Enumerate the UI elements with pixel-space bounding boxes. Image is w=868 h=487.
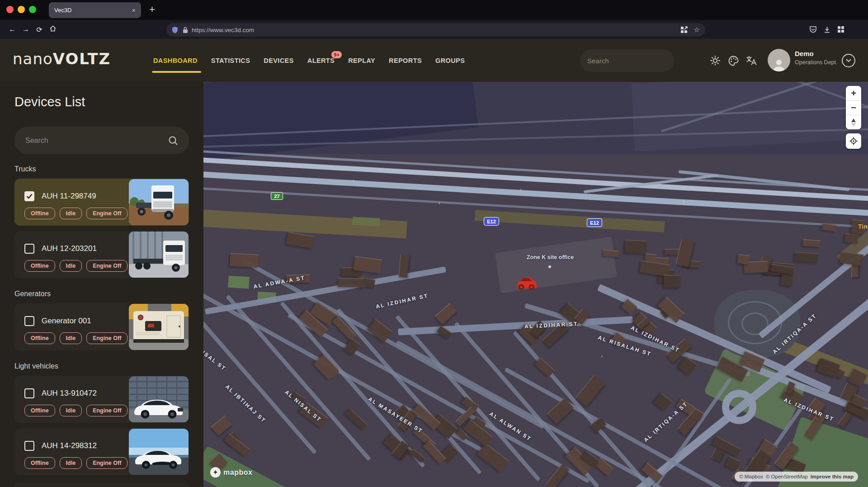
poi-label: Zone K site office [527, 254, 574, 260]
mapbox-logo[interactable]: ✦ mapbox [210, 467, 252, 478]
theme-brightness-icon[interactable] [708, 53, 723, 68]
status-badge: Engine Off [86, 405, 127, 416]
device-checkbox[interactable] [24, 316, 34, 326]
map-canvas[interactable]: › › ‹ ‹ › › AL ADWA-A ST AL IZDIHAR ST A… [203, 82, 868, 487]
map-building [545, 463, 570, 487]
toolbar-right-icons [809, 20, 844, 39]
device-thumbnail [129, 179, 189, 225]
device-name: Generator 001 [42, 317, 91, 326]
map-building [642, 463, 663, 483]
extensions-grid-icon[interactable] [837, 26, 844, 33]
map-building [409, 449, 425, 463]
logo-suffix: VOLTZ [53, 50, 111, 68]
header-search-input[interactable] [587, 57, 677, 65]
forward-icon[interactable]: → [19, 25, 33, 33]
status-badge: Offline [24, 405, 55, 416]
reload-icon[interactable]: ⟳ [33, 25, 46, 34]
tracking-shield-icon[interactable] [172, 26, 178, 33]
attribution-mapbox-link[interactable]: © Mapbox [739, 474, 763, 479]
device-checkbox[interactable] [24, 388, 34, 398]
map-building [664, 274, 681, 288]
device-checkbox[interactable] [24, 244, 34, 254]
nav-statistics[interactable]: STATISTICS [211, 57, 250, 64]
status-badges: Offline Idle Engine Off [24, 260, 127, 272]
map-building [398, 254, 409, 278]
close-tab-icon[interactable]: × [132, 7, 136, 14]
status-badge: Offline [24, 208, 55, 219]
map-building [576, 375, 605, 407]
device-card-generator001[interactable]: Generator 001 Offline Idle Engine Off [14, 303, 189, 350]
mapbox-logo-icon: ✦ [210, 467, 221, 478]
nav-dashboard[interactable]: DASHBOARD [153, 57, 198, 64]
status-badges: Offline Idle Engine Off [24, 208, 127, 219]
map-building [654, 392, 672, 411]
download-icon[interactable] [823, 26, 831, 33]
zoom-in-button[interactable]: + [846, 86, 861, 100]
status-badges: Offline Idle Engine Off [24, 457, 127, 469]
alerts-count-badge: 9+ [331, 51, 342, 58]
section-label-trucks: Trucks [14, 165, 189, 173]
map-building [534, 357, 555, 377]
town-label: Tin [858, 223, 868, 230]
device-card-auh14[interactable]: AUH 14-298312 Offline Idle Engine Off [14, 428, 189, 475]
map-building [794, 251, 818, 262]
zoom-out-button[interactable]: − [846, 100, 861, 115]
device-checkbox[interactable] [24, 191, 34, 201]
geolocate-button[interactable] [846, 133, 861, 149]
map-building [837, 411, 852, 427]
device-card-auh12[interactable]: AUH 12-203201 Offline Idle Engine Off [14, 231, 189, 278]
poi-dot [548, 265, 551, 268]
new-tab-button[interactable]: + [149, 4, 155, 15]
back-icon[interactable]: ← [5, 25, 19, 33]
improve-map-link[interactable]: Improve this map [811, 474, 854, 479]
map-building [230, 253, 259, 267]
check-icon [25, 192, 33, 200]
pocket-save-icon[interactable] [809, 26, 817, 33]
lock-icon [183, 27, 188, 33]
palette-icon[interactable] [726, 53, 741, 68]
device-card-auh11[interactable]: AUH 11-298749 Offline Idle Engine Off [14, 179, 189, 226]
translate-icon[interactable] [744, 53, 759, 68]
bookmark-star-icon[interactable]: ☆ [694, 26, 700, 34]
nav-devices[interactable]: DEVICES [264, 57, 293, 64]
browser-tab[interactable]: Vec3D × [49, 2, 141, 18]
devices-search-input[interactable] [25, 137, 168, 145]
device-checkbox[interactable] [24, 441, 34, 451]
chevron-down-circle-icon[interactable] [842, 54, 855, 67]
status-badge: Engine Off [86, 457, 127, 469]
nav-reports[interactable]: REPORTS [389, 57, 422, 64]
nav-groups[interactable]: GROUPS [435, 57, 465, 64]
vehicle-marker[interactable] [515, 274, 537, 293]
containers-icon[interactable] [680, 26, 688, 33]
attribution-osm-link[interactable]: © OpenStreetMap [766, 474, 808, 479]
device-card-auh13[interactable]: AUH 13-910472 Offline Idle Engine Off [14, 376, 189, 423]
device-name: AUH 13-910472 [42, 389, 97, 398]
minimize-window-button[interactable] [18, 6, 25, 13]
browser-tabbar: Vec3D × + [0, 0, 868, 20]
user-info[interactable]: Demo Operations Dept. [795, 50, 838, 66]
map-building [332, 316, 356, 340]
nav-alerts[interactable]: ALERTS9+ [307, 57, 335, 64]
user-avatar[interactable] [768, 49, 790, 71]
close-window-button[interactable] [6, 6, 14, 13]
map-zoom-controls: + − [846, 86, 861, 129]
map-building [678, 356, 698, 376]
browser-toolbar: ← → ⟳ https://www.vec3d.com ☆ [0, 20, 868, 39]
status-badge: Offline [24, 332, 55, 344]
nav-replay[interactable]: REPLAY [348, 57, 375, 64]
app-header: nanoVOLTZ DASHBOARD STATISTICS DEVICES A… [0, 39, 868, 82]
home-icon[interactable] [46, 25, 60, 34]
compass-button[interactable] [846, 115, 861, 129]
sidebar-title: Devices List [14, 95, 189, 109]
map-building [345, 408, 368, 430]
map-building [603, 249, 619, 257]
map-building [477, 443, 509, 473]
url-bar[interactable]: https://www.vec3d.com ☆ [166, 23, 705, 37]
devices-search[interactable] [14, 127, 189, 154]
zoom-window-button[interactable] [29, 6, 36, 13]
window-controls[interactable] [6, 6, 36, 13]
header-search[interactable] [580, 49, 674, 72]
device-thumbnail [129, 429, 189, 475]
section-label-light-vehicles: Light vehicles [14, 362, 189, 370]
logo-prefix: nano [13, 50, 53, 68]
